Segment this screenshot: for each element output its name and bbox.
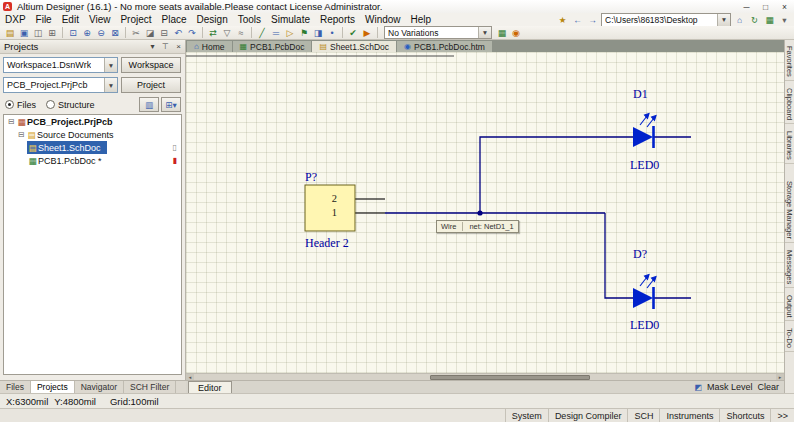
- design-compiler-panels-button[interactable]: Design Compiler: [548, 409, 628, 422]
- tree-row-pcbdoc[interactable]: ▦ PCB1.PcbDoc * ▮: [4, 154, 181, 167]
- copy-button[interactable]: ◪: [143, 27, 157, 39]
- header-component[interactable]: 2 1 P? Header 2: [305, 170, 385, 250]
- find-similar-button[interactable]: ≈: [234, 27, 248, 39]
- print-button[interactable]: ◫: [31, 27, 45, 39]
- panel-close-icon[interactable]: ×: [172, 41, 185, 53]
- place-net-label-button[interactable]: ⚑: [297, 27, 311, 39]
- tree-row-project[interactable]: ⊟ ▦ PCB_Project.PrjPcb: [4, 115, 181, 128]
- led-d1-component[interactable]: D1 LED0: [630, 87, 691, 172]
- filter-button[interactable]: ▽: [220, 27, 234, 39]
- tab-libraries[interactable]: Libraries: [785, 128, 794, 164]
- menu-tools[interactable]: Tools: [233, 14, 266, 25]
- menu-place[interactable]: Place: [157, 14, 192, 25]
- compile-project-button[interactable]: ✔: [346, 27, 360, 39]
- place-bus-button[interactable]: ═: [269, 27, 283, 39]
- zoom-all-button[interactable]: ⊠: [108, 27, 122, 39]
- tab-home[interactable]: ⌂ Home: [187, 41, 232, 52]
- chevron-down-icon[interactable]: ▼: [104, 78, 117, 92]
- tab-todo[interactable]: To-Do: [785, 325, 794, 352]
- collapse-icon[interactable]: ⊟: [7, 117, 16, 126]
- led-d2-triangle[interactable]: [633, 288, 653, 308]
- chevron-down-icon[interactable]: ▼: [717, 14, 730, 26]
- print-preview-button[interactable]: ⊞: [45, 27, 59, 39]
- menu-file[interactable]: File: [31, 14, 57, 25]
- schematic-canvas[interactable]: 2 1 P? Header 2 D1 LED0: [186, 52, 784, 373]
- menu-design[interactable]: Design: [192, 14, 233, 25]
- tab-pcb1-pcbdoc-htm[interactable]: ◉ PCB1.PcbDoc.htm: [397, 41, 492, 52]
- redo-button[interactable]: ↷: [185, 27, 199, 39]
- panels-menu-icon[interactable]: ▾: [778, 14, 791, 25]
- tree-item-label[interactable]: Source Documents: [37, 130, 114, 140]
- tab-files[interactable]: Files: [0, 381, 31, 393]
- header-designator[interactable]: P?: [305, 170, 317, 184]
- structure-radio[interactable]: [46, 100, 55, 109]
- shortcuts-panels-button[interactable]: Shortcuts: [719, 409, 770, 422]
- menu-edit[interactable]: Edit: [57, 14, 84, 25]
- paste-button[interactable]: ⊟: [157, 27, 171, 39]
- tab-pcb1-pcbdoc[interactable]: ▦ PCB1.PcbDoc: [233, 41, 312, 52]
- document-view-button[interactable]: ▥: [139, 97, 159, 112]
- layout-icon[interactable]: ▦: [763, 14, 776, 25]
- tree-item-label[interactable]: PCB_Project.PrjPcb: [27, 117, 113, 127]
- menu-project[interactable]: Project: [115, 14, 156, 25]
- menu-help[interactable]: Help: [406, 14, 437, 25]
- led-d1-triangle[interactable]: [633, 127, 653, 147]
- zoom-in-button[interactable]: ⊕: [80, 27, 94, 39]
- header-body[interactable]: [305, 185, 355, 231]
- place-wire-button[interactable]: ╱: [255, 27, 269, 39]
- sch-panels-button[interactable]: SCH: [627, 409, 659, 422]
- editor-tab[interactable]: Editor: [188, 381, 232, 394]
- menu-window[interactable]: Window: [360, 14, 406, 25]
- led-d2-comment[interactable]: LED0: [630, 318, 659, 332]
- place-junction-button[interactable]: •: [325, 27, 339, 39]
- files-radio[interactable]: [5, 100, 14, 109]
- chevron-down-icon[interactable]: ▼: [478, 27, 491, 38]
- led-d2-component[interactable]: D? LED0: [630, 247, 691, 332]
- maximize-button[interactable]: □: [756, 1, 775, 13]
- panel-menu-icon[interactable]: ▾: [146, 41, 159, 53]
- tree-row-source-documents[interactable]: ⊟ ▤ Source Documents: [4, 128, 181, 141]
- menu-reports[interactable]: Reports: [315, 14, 360, 25]
- run-button[interactable]: ▶: [360, 27, 374, 39]
- project-button[interactable]: Project: [121, 77, 181, 93]
- pin-icon[interactable]: ⊤: [159, 41, 172, 53]
- variations-combobox[interactable]: No Variations ▼: [384, 26, 492, 39]
- clear-button[interactable]: Clear: [757, 382, 779, 392]
- tab-navigator[interactable]: Navigator: [75, 381, 124, 393]
- collapse-icon[interactable]: ⊟: [17, 130, 26, 139]
- open-document-button[interactable]: ▤: [3, 27, 17, 39]
- tab-sch-filter[interactable]: SCH Filter: [124, 381, 176, 393]
- tab-clipboard[interactable]: Clipboard: [785, 85, 794, 124]
- back-icon[interactable]: ←: [571, 14, 584, 25]
- path-combobox[interactable]: C:\Users\86183\Desktop ▼: [601, 13, 731, 27]
- led-d2-designator[interactable]: D?: [633, 247, 647, 261]
- workspace-button[interactable]: Workspace: [121, 57, 181, 73]
- menu-view[interactable]: View: [84, 14, 116, 25]
- header-comment[interactable]: Header 2: [305, 236, 349, 250]
- mask-level-button[interactable]: Mask Level: [707, 382, 753, 392]
- instruments-panels-button[interactable]: Instruments: [659, 409, 719, 422]
- cut-button[interactable]: ✂: [129, 27, 143, 39]
- close-button[interactable]: ×: [775, 1, 794, 13]
- sort-options-button[interactable]: ⊞▾: [161, 97, 181, 112]
- tab-projects[interactable]: Projects: [31, 381, 75, 393]
- menu-simulate[interactable]: Simulate: [266, 14, 315, 25]
- tree-row-schdoc[interactable]: ▤ Sheet1.SchDoc ▯: [4, 141, 181, 154]
- tree-item-label[interactable]: Sheet1.SchDoc: [38, 143, 101, 153]
- tab-favorites[interactable]: Favorites: [785, 43, 794, 81]
- refresh-icon[interactable]: ↻: [748, 14, 761, 25]
- cross-probe-button[interactable]: ⇄: [206, 27, 220, 39]
- workspace-combobox[interactable]: Workspace1.DsnWrk ▼: [3, 57, 118, 73]
- more-panels-button[interactable]: >>: [770, 409, 794, 422]
- chevron-down-icon[interactable]: ▼: [104, 58, 117, 72]
- project-combobox[interactable]: PCB_Project.PrjPcb ▼: [3, 77, 118, 93]
- release-view-button[interactable]: ◉: [509, 27, 523, 39]
- tab-output[interactable]: Output: [785, 292, 794, 322]
- system-panels-button[interactable]: System: [505, 409, 548, 422]
- zoom-out-button[interactable]: ⊖: [94, 27, 108, 39]
- led-d1-designator[interactable]: D1: [633, 87, 648, 101]
- minimize-button[interactable]: ─: [737, 1, 756, 13]
- place-part-button[interactable]: ▷: [283, 27, 297, 39]
- zoom-window-button[interactable]: ⊡: [66, 27, 80, 39]
- tab-messages[interactable]: Messages: [785, 247, 794, 288]
